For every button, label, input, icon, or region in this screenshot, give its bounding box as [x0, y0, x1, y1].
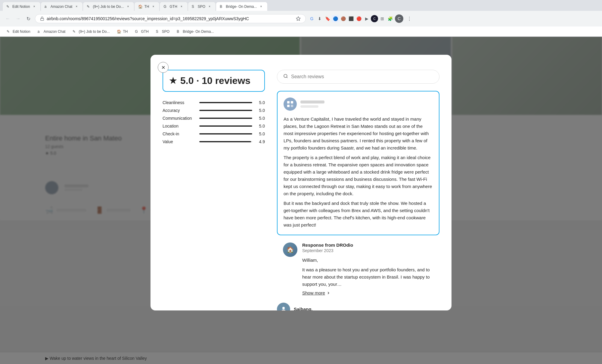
url-input[interactable] [47, 16, 293, 21]
bookmark-label-spo: SPO [162, 29, 169, 34]
back-button[interactable]: ← [4, 14, 12, 23]
host-response-title: Response from DROdio [302, 242, 439, 248]
search-section: As a Venture Capitalist, I have traveled… [277, 70, 439, 310]
ext-6[interactable]: C [371, 15, 378, 22]
bookmark-favicon-job: ✎ [73, 29, 77, 34]
bookmark-icon[interactable]: 🔖 [324, 15, 331, 22]
browser-chrome: ✎ Edit Notion × a Amazon Chat × ✎ (9+) J… [0, 0, 602, 37]
tab-favicon-spo: S [192, 5, 196, 9]
tab-close-job[interactable]: × [126, 4, 130, 9]
rating-label-3: Location [163, 124, 196, 128]
search-bar[interactable] [277, 70, 439, 84]
bookmark-favicon-amazon: a [38, 29, 42, 34]
reviews-modal: ✕ ★ 5.0 · 10 reviews Cleanliness 5.0 Acc… [150, 55, 452, 310]
tab-close-spo[interactable]: × [207, 4, 212, 9]
tab-amazon-chat[interactable]: a Amazon Chat × [41, 2, 83, 11]
close-icon: ✕ [161, 65, 165, 70]
tabs-bar: ✎ Edit Notion × a Amazon Chat × ✎ (9+) J… [0, 0, 602, 11]
bookmark-amazon[interactable]: a Amazon Chat [35, 28, 69, 35]
tab-edit-notion[interactable]: ✎ Edit Notion × [2, 2, 41, 11]
overall-rating-display: ★ 5.0 · 10 reviews [163, 70, 265, 92]
ext-7[interactable]: ⊞ [379, 15, 386, 22]
rating-label-4: Check-in [163, 131, 196, 136]
host-response-greeting: William, [302, 257, 439, 264]
bookmark-job[interactable]: ✎ (9+) Job to be Do... [70, 28, 113, 35]
profile-avatar[interactable]: C [395, 14, 403, 23]
ext-1[interactable]: 🔵 [332, 15, 339, 22]
rating-label-2: Communication [163, 116, 196, 121]
chevron-right-icon [326, 291, 330, 295]
rating-bar-fill-3 [199, 125, 252, 127]
address-bar[interactable] [35, 14, 306, 23]
rating-bar-0 [199, 102, 252, 103]
modal-close-button[interactable]: ✕ [158, 62, 169, 73]
review-paragraph-1: As a Venture Capitalist, I have traveled… [284, 116, 433, 152]
tab-close-th[interactable]: × [151, 4, 156, 9]
tab-close-edit-notion[interactable]: × [32, 4, 37, 9]
svg-line-3 [287, 77, 287, 78]
tab-close-gth[interactable]: × [179, 4, 184, 9]
tab-favicon-amazon: a [45, 5, 49, 9]
rating-rows: Cleanliness 5.0 Accuracy 5.0 Communicati… [163, 100, 265, 144]
bookmark-favicon-edit-notion: ✎ [7, 29, 11, 34]
tab-gth[interactable]: G GTH × [160, 2, 188, 11]
tab-favicon-edit-notion: ✎ [6, 5, 11, 9]
tab-close-bridge[interactable]: × [259, 4, 264, 9]
overall-rating-text: 5.0 · 10 reviews [180, 75, 250, 86]
bookmark-th[interactable]: 🏠 TH [114, 28, 131, 35]
rating-label-5: Value [163, 139, 196, 144]
reviewer-header [284, 97, 433, 111]
bookmark-bridge[interactable]: B Bridge- On Dema... [174, 28, 217, 35]
star-bookmark-icon[interactable] [296, 16, 301, 21]
reload-button[interactable]: ↻ [24, 14, 33, 23]
host-response-date: September 2023 [302, 248, 439, 253]
reviewer-info [300, 100, 324, 108]
bookmark-edit-notion[interactable]: ✎ Edit Notion [4, 28, 33, 35]
bookmark-label-gth: GTH [141, 29, 148, 34]
rating-bar-4 [199, 133, 252, 134]
ext-5[interactable]: ▶ [363, 15, 370, 22]
ext-2[interactable]: 🟤 [340, 15, 347, 22]
rating-bar-1 [199, 110, 252, 111]
tab-label-spo: SPO [198, 5, 205, 9]
rating-value-3: 5.0 [256, 124, 265, 128]
rating-bar-fill-4 [199, 133, 252, 134]
ext-3[interactable]: ⬛ [347, 15, 355, 22]
svg-rect-0 [41, 18, 44, 20]
rating-row-cleanliness: Cleanliness 5.0 [163, 100, 265, 105]
google-icon[interactable]: G [308, 15, 315, 22]
search-reviews-input[interactable] [291, 74, 433, 79]
next-reviewer-avatar [277, 303, 290, 310]
puzzle-icon[interactable]: 🧩 [386, 15, 394, 22]
svg-rect-7 [291, 105, 293, 107]
tab-job[interactable]: ✎ (9+) Job to be Do... × [83, 2, 134, 11]
tab-label-edit-notion: Edit Notion [12, 5, 30, 9]
menu-button[interactable]: ⋮ [405, 14, 414, 23]
forward-button[interactable]: → [14, 14, 22, 23]
svg-rect-5 [291, 101, 293, 103]
tab-close-amazon[interactable]: × [74, 4, 79, 9]
host-greeting-text: William, [302, 258, 318, 263]
rating-bar-fill-1 [199, 110, 252, 111]
svg-marker-1 [296, 17, 300, 20]
download-icon[interactable]: ⬇ [316, 15, 323, 22]
tab-th[interactable]: 🏠 TH × [134, 2, 160, 11]
rating-value-5: 4.9 [256, 139, 265, 144]
ext-4[interactable]: 🔴 [355, 15, 362, 22]
rating-bar-fill-5 [199, 141, 251, 142]
show-more-link[interactable]: Show more [302, 290, 439, 295]
rating-value-1: 5.0 [256, 108, 265, 113]
page-background: Entire home in San Mateo 12 guests ★5.0 … [0, 37, 602, 364]
reviewer-avatar [284, 97, 297, 111]
tab-bridge[interactable]: B Bridge- On Dema... × [216, 2, 267, 11]
review-text: As a Venture Capitalist, I have traveled… [284, 116, 433, 229]
bookmark-gth[interactable]: G GTH [132, 28, 151, 35]
rating-bar-fill-0 [199, 102, 252, 103]
tab-spo[interactable]: S SPO × [188, 2, 216, 11]
host-avatar: 🏠 [283, 242, 297, 257]
extension-icons: G ⬇ 🔖 🔵 🟤 ⬛ 🔴 ▶ C ⊞ 🧩 [308, 15, 394, 22]
next-reviewer-preview: Saibang, [277, 303, 439, 310]
browser-toolbar: ← → ↻ G ⬇ 🔖 🔵 🟤 ⬛ 🔴 ▶ C [0, 11, 602, 26]
bookmark-spo[interactable]: S SPO [153, 28, 172, 35]
modal-overlay: ✕ ★ 5.0 · 10 reviews Cleanliness 5.0 Acc… [0, 37, 602, 364]
